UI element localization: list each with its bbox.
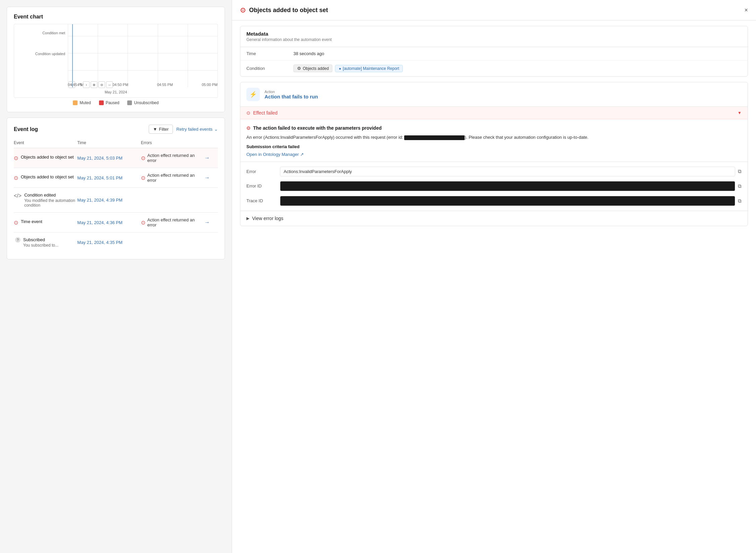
chart-nav-prev[interactable]: ‹ [68, 81, 75, 88]
event-sub-2: You modified the automation condition [24, 198, 77, 208]
retry-failed-button[interactable]: Retry failed events ⌄ [176, 127, 218, 132]
badge-report-text: [automate] Maintenance Report [343, 66, 399, 71]
row-arrow-3[interactable]: → [204, 219, 218, 225]
chart-y-labels: Condition met Condition updated [14, 31, 68, 56]
time-cell-2: May 21, 2024, 4:39 PM [77, 198, 141, 203]
error-field-row-2: Trace ID ⧉ [246, 196, 742, 206]
error-field-row-1: Error ID ⧉ [246, 181, 742, 191]
error-text-1: Action effect returned an error [147, 173, 204, 183]
error-small-icon-3: ⊙ [141, 219, 145, 226]
row-arrow-1[interactable]: → [204, 175, 218, 181]
gear-icon: ⚙ [297, 66, 301, 71]
filter-icon: ▼ [153, 127, 157, 132]
event-cell-4: ? Subscribed You subscribed to... [14, 237, 77, 248]
effect-failed-icon: ⊙ [246, 110, 250, 116]
badge-maintenance-report: ● [automate] Maintenance Report [335, 65, 403, 72]
metadata-section: Metadata General information about the a… [240, 26, 748, 77]
error-id-field-redacted [280, 181, 735, 191]
event-log-card: Event log ▼ Filter Retry failed events ⌄… [7, 118, 225, 259]
error-field-label-0: Error [246, 169, 273, 174]
table-row: ⊙ Objects added to object set May 21, 20… [14, 168, 218, 188]
row-arrow-0[interactable]: → [204, 155, 218, 161]
error-detail-title: ⊙ The action failed to execute with the … [246, 125, 742, 131]
col-time: Time [77, 140, 141, 145]
event-log-header: Event log ▼ Filter Retry failed events ⌄ [14, 125, 218, 134]
metadata-label-time: Time [246, 51, 280, 56]
error-small-icon-1: ⊙ [141, 175, 145, 181]
action-icon: ⚡ [249, 91, 257, 98]
chart-legend: Muted Paused Unsubscribed [14, 100, 218, 105]
copy-icon-0[interactable]: ⧉ [738, 168, 742, 174]
legend-muted-color [73, 100, 78, 105]
error-text-3: Action effect returned an error [147, 217, 204, 227]
error-field-value-1: ⧉ [280, 181, 742, 191]
metadata-value-time: 38 seconds ago [293, 51, 324, 56]
error-field-label-1: Error ID [246, 183, 273, 188]
error-field-row-0: Error Actions:InvalidParametersForApply … [246, 167, 742, 176]
x-label-2: 04:50 PM [112, 83, 128, 87]
event-name-4: Subscribed [23, 237, 58, 242]
error-detail-body: An error (Actions:InvalidParametersForAp… [246, 134, 742, 141]
error-field-label-2: Trace ID [246, 198, 273, 203]
header-actions: ▼ Filter Retry failed events ⌄ [149, 125, 218, 134]
filter-button[interactable]: ▼ Filter [149, 125, 173, 134]
error-body-end: ). Please check that your automation con… [465, 135, 588, 140]
metadata-row-time: Time 38 seconds ago [240, 47, 748, 60]
event-name-3: Time event [21, 219, 42, 224]
warning-circle-icon: ⊙ [240, 6, 246, 14]
chart-nav-next[interactable]: › [83, 81, 90, 88]
legend-paused: Paused [99, 100, 120, 105]
errors-cell-3: ⊙ Action effect returned an error [141, 217, 204, 227]
chart-date: May 21, 2024 [14, 90, 218, 94]
open-ontology-link[interactable]: Open in Ontology Manager ↗ [246, 152, 742, 157]
event-info-0: Objects added to object set [21, 155, 74, 160]
chart-zoom-in[interactable]: ⊕ [91, 81, 97, 88]
error-small-icon: ⊙ [141, 155, 145, 161]
error-id-redacted [404, 135, 465, 140]
right-title-text: Objects added to object set [249, 7, 328, 14]
event-info-4: Subscribed You subscribed to... [23, 237, 58, 248]
table-header: Event Time Errors [14, 138, 218, 148]
metadata-title: Metadata [246, 31, 742, 37]
col-errors: Errors [141, 140, 204, 145]
metadata-row-condition: Condition ⚙ Objects added ● [automate] M… [240, 60, 748, 76]
right-title-container: ⊙ Objects added to object set [240, 6, 328, 14]
right-header: ⊙ Objects added to object set × [232, 0, 756, 20]
table-row: ⊙ Time event May 21, 2024, 4:36 PM ⊙ Act… [14, 213, 218, 232]
chart-pan[interactable]: ↔ [106, 81, 113, 88]
right-panel: ⊙ Objects added to object set × Metadata… [232, 0, 756, 553]
error-detail-icon: ⊙ [246, 125, 250, 131]
badge-objects-text: Objects added [303, 66, 329, 71]
close-button[interactable]: × [744, 7, 748, 14]
action-label: Action [265, 90, 318, 94]
legend-paused-color [99, 100, 104, 105]
copy-icon-2[interactable]: ⧉ [738, 198, 742, 204]
event-cell-1: ⊙ Objects added to object set [14, 174, 77, 181]
error-detail-section: ⊙ The action failed to execute with the … [240, 119, 748, 162]
chart-zoom-level: ＜5 [76, 82, 82, 87]
col-action [204, 140, 218, 145]
view-error-logs[interactable]: ▶ View error logs [240, 211, 748, 226]
effect-chevron-icon[interactable]: ▼ [738, 111, 742, 115]
code-icon: </> [14, 193, 21, 199]
y-label-1: Condition met [14, 31, 68, 35]
chart-navigation: ‹ ＜5 › ⊕ ⊖ ↔ [68, 81, 113, 88]
metadata-label-condition: Condition [246, 66, 280, 71]
metadata-value-condition: ⚙ Objects added ● [automate] Maintenance… [293, 65, 403, 72]
effect-failed-text: ⊙ Effect failed [246, 110, 278, 116]
chart-highlight-line [72, 24, 73, 87]
time-cell-0: May 21, 2024, 5:03 PM [77, 156, 141, 161]
copy-icon-1[interactable]: ⧉ [738, 183, 742, 189]
legend-muted: Muted [73, 100, 91, 105]
errors-cell-1: ⊙ Action effect returned an error [141, 173, 204, 183]
action-info: Action Action that fails to run [265, 90, 318, 99]
filter-label: Filter [159, 127, 169, 132]
submission-failed-text: Submission criteria failed [246, 144, 742, 149]
action-icon-wrap: ⚡ [246, 88, 260, 101]
badge-objects-added: ⚙ Objects added [293, 65, 332, 72]
event-cell-2: </> Condition edited You modified the au… [14, 193, 77, 208]
legend-unsubscribed: Unsubscribed [127, 100, 158, 105]
chart-zoom-out[interactable]: ⊖ [98, 81, 105, 88]
table-row: ? Subscribed You subscribed to... May 21… [14, 232, 218, 252]
x-label-4: 05:00 PM [202, 83, 218, 87]
